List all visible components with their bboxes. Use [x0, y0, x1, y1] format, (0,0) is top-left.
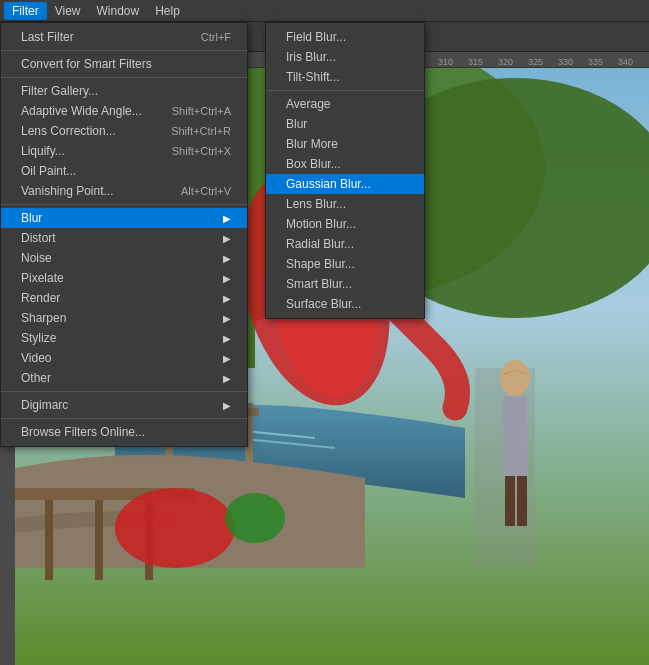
svg-text:320: 320 [498, 57, 513, 67]
blur-item-radial[interactable]: Radial Blur... [266, 234, 424, 254]
blur-submenu-menu: Field Blur... Iris Blur... Tilt-Shift...… [265, 22, 425, 319]
digimarc-submenu-arrow: ▶ [223, 400, 231, 411]
svg-text:310: 310 [438, 57, 453, 67]
svg-rect-20 [503, 396, 527, 476]
blur-separator-1 [266, 90, 424, 91]
svg-rect-27 [45, 500, 53, 580]
menu-item-other[interactable]: Other ▶ [1, 368, 247, 388]
menubar-item-help[interactable]: Help [147, 2, 188, 20]
menu-item-adaptive-wide[interactable]: Adaptive Wide Angle... Shift+Ctrl+A [1, 101, 247, 121]
svg-text:335: 335 [588, 57, 603, 67]
menu-separator-3 [1, 204, 247, 205]
menu-item-oil-paint[interactable]: Oil Paint... [1, 161, 247, 181]
blur-item-average[interactable]: Average [266, 94, 424, 114]
blur-item-motion[interactable]: Motion Blur... [266, 214, 424, 234]
filter-dropdown-menu: Last Filter Ctrl+F Convert for Smart Fil… [0, 22, 248, 447]
menubar: Filter View Window Help [0, 0, 649, 22]
video-submenu-arrow: ▶ [223, 353, 231, 364]
menu-item-last-filter[interactable]: Last Filter Ctrl+F [1, 27, 247, 47]
svg-text:315: 315 [468, 57, 483, 67]
menu-separator-4 [1, 391, 247, 392]
blur-item-iris[interactable]: Iris Blur... [266, 47, 424, 67]
menu-item-vanishing-point[interactable]: Vanishing Point... Alt+Ctrl+V [1, 181, 247, 201]
menu-item-convert-smart[interactable]: Convert for Smart Filters [1, 54, 247, 74]
blur-item-tilt-shift[interactable]: Tilt-Shift... [266, 67, 424, 87]
menu-item-noise[interactable]: Noise ▶ [1, 248, 247, 268]
menu-item-filter-gallery[interactable]: Filter Gallery... [1, 81, 247, 101]
menu-item-sharpen[interactable]: Sharpen ▶ [1, 308, 247, 328]
svg-text:340: 340 [618, 57, 633, 67]
menu-item-liquify[interactable]: Liquify... Shift+Ctrl+X [1, 141, 247, 161]
svg-rect-21 [505, 476, 515, 526]
sharpen-submenu-arrow: ▶ [223, 313, 231, 324]
blur-item-lens[interactable]: Lens Blur... [266, 194, 424, 214]
menu-item-distort[interactable]: Distort ▶ [1, 228, 247, 248]
svg-point-19 [500, 360, 530, 396]
menubar-item-filter[interactable]: Filter [4, 2, 47, 20]
menubar-item-view[interactable]: View [47, 2, 89, 20]
svg-text:325: 325 [528, 57, 543, 67]
menu-separator-2 [1, 77, 247, 78]
distort-submenu-arrow: ▶ [223, 233, 231, 244]
svg-text:330: 330 [558, 57, 573, 67]
menu-item-blur[interactable]: Blur ▶ [1, 208, 247, 228]
blur-item-surface[interactable]: Surface Blur... [266, 294, 424, 314]
other-submenu-arrow: ▶ [223, 373, 231, 384]
menu-item-video[interactable]: Video ▶ [1, 348, 247, 368]
blur-item-box[interactable]: Box Blur... [266, 154, 424, 174]
menubar-item-window[interactable]: Window [88, 2, 147, 20]
menu-item-stylize[interactable]: Stylize ▶ [1, 328, 247, 348]
svg-point-32 [115, 488, 235, 568]
menu-separator-1 [1, 50, 247, 51]
render-submenu-arrow: ▶ [223, 293, 231, 304]
menu-item-render[interactable]: Render ▶ [1, 288, 247, 308]
menu-item-pixelate[interactable]: Pixelate ▶ [1, 268, 247, 288]
blur-item-shape[interactable]: Shape Blur... [266, 254, 424, 274]
menu-item-browse-filters[interactable]: Browse Filters Online... [1, 422, 247, 442]
svg-rect-28 [95, 500, 103, 580]
menu-separator-5 [1, 418, 247, 419]
svg-point-33 [225, 493, 285, 543]
menu-item-digimarc[interactable]: Digimarc ▶ [1, 395, 247, 415]
menu-item-lens-correction[interactable]: Lens Correction... Shift+Ctrl+R [1, 121, 247, 141]
stylize-submenu-arrow: ▶ [223, 333, 231, 344]
blur-item-blur-more[interactable]: Blur More [266, 134, 424, 154]
blur-submenu-arrow: ▶ [223, 213, 231, 224]
blur-item-gaussian[interactable]: Gaussian Blur... [266, 174, 424, 194]
svg-rect-22 [517, 476, 527, 526]
pixelate-submenu-arrow: ▶ [223, 273, 231, 284]
blur-item-blur[interactable]: Blur [266, 114, 424, 134]
blur-item-smart[interactable]: Smart Blur... [266, 274, 424, 294]
noise-submenu-arrow: ▶ [223, 253, 231, 264]
blur-item-field[interactable]: Field Blur... [266, 27, 424, 47]
